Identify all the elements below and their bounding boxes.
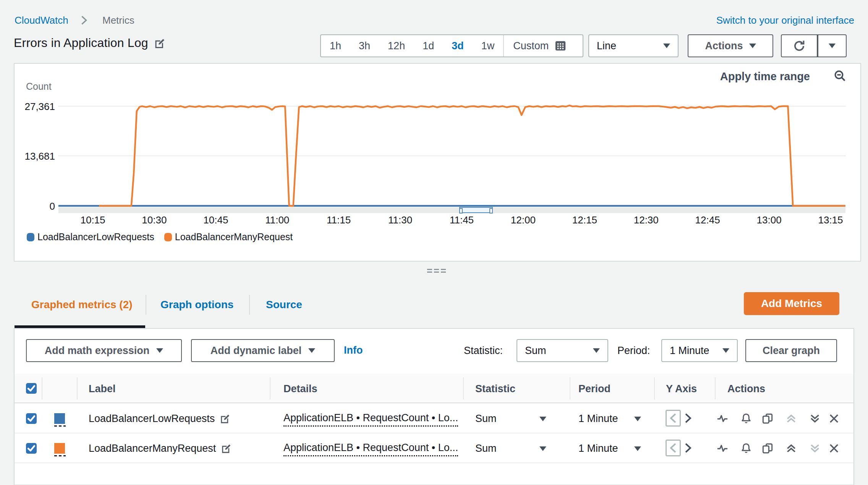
tab-graph-options[interactable]: Graph options <box>160 299 233 311</box>
row-checkbox[interactable] <box>26 413 37 424</box>
timeline-scrubber[interactable] <box>58 207 845 213</box>
alarm-bell-icon[interactable] <box>740 443 752 454</box>
breadcrumb-chevron-icon <box>80 15 88 25</box>
period-value: 1 Minute <box>662 345 709 357</box>
time-range-1h[interactable]: 1h <box>321 40 350 52</box>
metric-row: LoadBalancerManyRequest ApplicationELB •… <box>15 433 853 463</box>
color-swatch-dash <box>54 425 66 427</box>
duplicate-icon[interactable] <box>762 413 773 424</box>
statistic-select[interactable]: Sum <box>517 339 608 362</box>
scrubber-selection[interactable] <box>459 207 493 213</box>
tab-graphed-metrics[interactable]: Graphed metrics (2) <box>31 299 133 311</box>
time-range-3d[interactable]: 3d <box>443 40 473 52</box>
chevron-down-icon <box>749 44 756 48</box>
alarm-bell-icon[interactable] <box>740 413 752 424</box>
row-checkbox[interactable] <box>26 443 37 454</box>
actions-label: Actions <box>705 40 743 52</box>
y-axis-left-icon[interactable] <box>669 413 677 424</box>
chevron-down-icon <box>663 44 670 48</box>
calendar-icon[interactable] <box>555 40 566 52</box>
remove-icon[interactable] <box>828 413 840 424</box>
time-range-control: 1h 3h 12h 1d 3d 1w Custom <box>320 34 583 57</box>
column-header-period[interactable]: Period <box>578 383 611 395</box>
add-math-label: Add math expression <box>45 345 150 357</box>
metric-color-swatch[interactable] <box>54 443 65 454</box>
legend-item[interactable]: LoadBalancerLowRequests <box>27 231 154 242</box>
refresh-button[interactable] <box>781 34 818 57</box>
chevron-down-icon[interactable] <box>539 446 546 451</box>
tab-source[interactable]: Source <box>266 299 302 311</box>
y-axis-right-icon[interactable] <box>684 443 692 453</box>
row-statistic[interactable]: Sum <box>475 443 497 454</box>
line-chart[interactable] <box>58 99 846 215</box>
column-header-statistic[interactable]: Statistic <box>475 383 515 395</box>
info-link[interactable]: Info <box>344 344 363 356</box>
remove-icon[interactable] <box>828 443 840 454</box>
time-range-3h[interactable]: 3h <box>350 40 379 52</box>
x-tick-label: 13:15 <box>818 214 843 226</box>
column-header-actions[interactable]: Actions <box>727 383 765 395</box>
add-math-expression-button[interactable]: Add math expression <box>26 339 182 362</box>
time-range-1d[interactable]: 1d <box>414 40 443 52</box>
breadcrumb-cloudwatch[interactable]: CloudWatch <box>15 15 68 26</box>
legend-label: LoadBalancerManyRequest <box>175 231 293 242</box>
edit-label-icon[interactable] <box>220 414 230 424</box>
y-axis-right-icon[interactable] <box>684 413 692 424</box>
chevron-down-icon[interactable] <box>634 417 641 421</box>
scrubber-handle-right[interactable] <box>489 208 493 213</box>
page-title: Errors in Application Log <box>14 36 148 50</box>
x-tick-label: 12:30 <box>634 214 659 226</box>
edit-label-icon[interactable] <box>221 444 231 454</box>
legend-item[interactable]: LoadBalancerManyRequest <box>164 231 293 242</box>
select-all-checkbox[interactable] <box>26 383 37 394</box>
column-header-y-axis[interactable]: Y Axis <box>666 383 697 395</box>
chevron-down-icon <box>308 348 315 353</box>
refresh-options-button[interactable] <box>818 34 847 57</box>
resize-handle[interactable] <box>427 269 446 274</box>
add-dynamic-label-button[interactable]: Add dynamic label <box>191 339 335 362</box>
clear-graph-button[interactable]: Clear graph <box>745 339 837 362</box>
apply-time-range-label[interactable]: Apply time range <box>717 70 810 83</box>
graph-metric-icon[interactable] <box>717 443 728 454</box>
tab-divider <box>146 295 146 315</box>
y-tick-label: 0 <box>6 200 55 212</box>
row-period[interactable]: 1 Minute <box>578 443 618 454</box>
graph-metric-icon[interactable] <box>717 413 728 424</box>
move-up-icon[interactable] <box>785 443 797 454</box>
move-down-icon[interactable] <box>809 413 821 424</box>
move-up-icon[interactable] <box>785 413 797 424</box>
chart-type-select[interactable]: Line <box>588 34 679 57</box>
metric-details[interactable]: ApplicationELB • RequestCount • Lo... <box>283 412 458 427</box>
chevron-down-icon[interactable] <box>634 446 641 451</box>
row-statistic[interactable]: Sum <box>475 413 497 425</box>
x-tick-label: 12:00 <box>511 214 536 226</box>
x-tick-label: 10:45 <box>203 214 228 226</box>
duplicate-icon[interactable] <box>762 443 773 454</box>
metric-details[interactable]: ApplicationELB • RequestCount • Lo... <box>283 442 458 456</box>
period-select[interactable]: 1 Minute <box>661 339 738 362</box>
active-tab-indicator <box>15 325 145 328</box>
time-range-12h[interactable]: 12h <box>379 40 414 52</box>
x-tick-label: 12:15 <box>572 214 597 226</box>
edit-title-icon[interactable] <box>154 38 165 49</box>
chevron-down-icon[interactable] <box>539 417 546 421</box>
time-range-custom[interactable]: Custom <box>504 40 555 52</box>
metric-color-swatch[interactable] <box>54 413 65 424</box>
chevron-down-icon <box>829 44 836 48</box>
tab-divider <box>249 295 250 315</box>
metric-label[interactable]: LoadBalancerManyRequest <box>89 443 216 454</box>
row-period[interactable]: 1 Minute <box>578 413 618 425</box>
metric-label[interactable]: LoadBalancerLowRequests <box>89 413 215 425</box>
statistic-value: Sum <box>517 345 546 357</box>
switch-interface-link[interactable]: Switch to your original interface <box>698 15 854 26</box>
move-down-icon[interactable] <box>809 443 821 454</box>
add-metrics-button[interactable]: Add Metrics <box>744 292 839 315</box>
scrubber-handle-left[interactable] <box>459 208 463 213</box>
column-header-details[interactable]: Details <box>283 383 317 395</box>
time-range-1w[interactable]: 1w <box>473 40 504 52</box>
legend-label: LoadBalancerLowRequests <box>37 231 154 242</box>
actions-button[interactable]: Actions <box>688 34 773 57</box>
y-axis-left-icon[interactable] <box>669 443 677 453</box>
zoom-out-icon[interactable] <box>834 70 847 82</box>
column-header-label[interactable]: Label <box>89 383 116 395</box>
